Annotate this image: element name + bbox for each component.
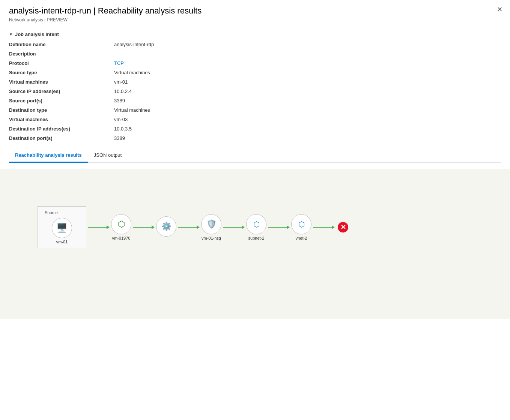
info-label: Description	[9, 51, 114, 57]
info-label: Source IP address(es)	[9, 88, 114, 94]
info-label: Protocol	[9, 60, 114, 66]
nsg-icon-circle: 🛡️	[201, 214, 221, 234]
info-value: 3389	[114, 135, 501, 141]
error-icon: ✕	[338, 222, 348, 232]
node-nic: ⬡ vm-01970	[111, 214, 131, 240]
arrow-5	[268, 225, 290, 229]
subnet-icon-circle: ⬡	[246, 214, 266, 234]
tabs-container: Reachability analysis resultsJSON output	[9, 148, 501, 163]
source-box-label: Source	[45, 210, 58, 215]
subnet-label: subnet-2	[248, 236, 265, 240]
subnet-icon: ⬡	[253, 220, 260, 229]
nsg-label: vm-01-nsg	[202, 236, 221, 240]
info-label: Destination port(s)	[9, 135, 114, 141]
gear-icon-circle: ⚙️	[156, 216, 176, 237]
section-toggle-label: Job analysis intent	[15, 32, 59, 37]
info-value: Virtual machines	[114, 107, 501, 113]
vm01-icon-circle: 🖥️	[52, 218, 72, 238]
node-vnet: ⬡ vnet-2	[291, 214, 311, 240]
end-error-node: ✕	[338, 222, 348, 232]
info-grid: Definition nameanalysis-intent-rdpDescri…	[9, 42, 501, 141]
info-value: 3389	[114, 98, 501, 104]
node-nsg: 🛡️ vm-01-nsg	[201, 214, 221, 240]
vm01-label: vm-01	[56, 240, 68, 244]
node-subnet: ⬡ subnet-2	[246, 214, 266, 240]
info-label: Destination type	[9, 107, 114, 113]
info-value	[114, 51, 501, 57]
nic-label: vm-01970	[112, 236, 131, 240]
node-vm01: 🖥️ vm-01	[52, 218, 72, 244]
nic-icon: ⬡	[118, 219, 125, 229]
info-value: vm-01	[114, 79, 501, 85]
info-label: Destination IP address(es)	[9, 126, 114, 132]
shield-icon: 🛡️	[206, 219, 217, 229]
arrow-2	[133, 225, 155, 229]
content-area: ▼ Job analysis intent Definition nameana…	[0, 26, 510, 169]
tab-item[interactable]: Reachability analysis results	[9, 148, 88, 163]
nic-icon-circle: ⬡	[111, 214, 131, 234]
panel-title: analysis-intent-rdp-run | Reachability a…	[9, 6, 501, 16]
gear-icon: ⚙️	[161, 222, 172, 231]
info-value: TCP	[114, 60, 501, 66]
info-label: Source type	[9, 70, 114, 75]
vnet-icon-circle: ⬡	[291, 214, 311, 234]
diagram-area: Source 🖥️ vm-01 ⬡ vm-01970	[0, 169, 510, 319]
info-label: Definition name	[9, 42, 114, 47]
arrow-3	[178, 225, 200, 229]
info-value: 10.0.2.4	[114, 88, 501, 94]
main-panel: analysis-intent-rdp-run | Reachability a…	[0, 0, 510, 420]
arrow-1	[88, 225, 110, 229]
source-box: Source 🖥️ vm-01	[38, 206, 86, 248]
vnet-icon: ⬡	[298, 220, 305, 229]
info-label: Virtual machines	[9, 79, 114, 85]
info-value: vm-03	[114, 117, 501, 122]
info-value: analysis-intent-rdp	[114, 42, 501, 47]
info-label: Source port(s)	[9, 98, 114, 104]
node-gear: ⚙️	[156, 216, 176, 238]
info-value: 10.0.3.5	[114, 126, 501, 132]
arrow-4	[223, 225, 245, 229]
info-value: Virtual machines	[114, 70, 501, 75]
toggle-arrow-icon: ▼	[9, 32, 13, 36]
close-button[interactable]: ✕	[497, 6, 502, 13]
tab-item[interactable]: JSON output	[88, 148, 128, 163]
vm-icon: 🖥️	[56, 223, 68, 233]
info-label: Virtual machines	[9, 117, 114, 122]
diagram-container: Source 🖥️ vm-01 ⬡ vm-01970	[38, 206, 348, 248]
vnet-label: vnet-2	[296, 236, 307, 240]
panel-subtitle: Network analysis | PREVIEW	[9, 17, 501, 22]
section-toggle[interactable]: ▼ Job analysis intent	[9, 32, 501, 37]
panel-header: analysis-intent-rdp-run | Reachability a…	[0, 0, 510, 26]
arrow-6	[313, 225, 335, 229]
